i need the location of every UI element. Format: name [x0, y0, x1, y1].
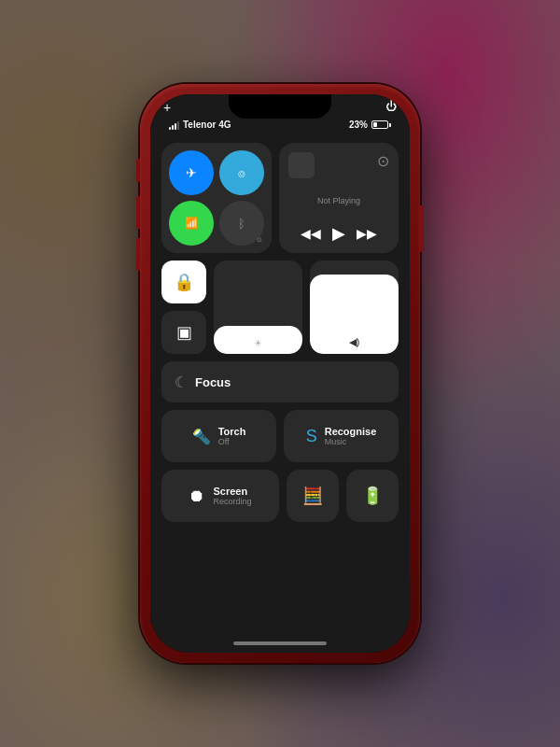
- screen-bezel: + ⏻ Telenor 4G 23%: [150, 94, 410, 653]
- wifi-icon: ⌾: [238, 166, 245, 180]
- rewind-button[interactable]: ◀◀: [301, 226, 321, 241]
- recognise-subtitle: Music: [325, 437, 377, 446]
- battery-percent: 23%: [349, 120, 368, 130]
- signal-bar-1: [169, 127, 171, 130]
- phone-screen: + ⏻ Telenor 4G 23%: [150, 94, 410, 653]
- torch-button[interactable]: 🔦 Torch Off: [161, 410, 276, 462]
- phone-device: + ⏻ Telenor 4G 23%: [140, 84, 420, 663]
- brightness-slider[interactable]: ☀: [214, 261, 302, 354]
- battery-widget-button[interactable]: 🔋: [346, 470, 399, 522]
- screen-rec-title: Screen: [213, 486, 251, 497]
- status-left: Telenor 4G: [169, 120, 231, 130]
- battery-fill: [373, 122, 377, 127]
- volume-down-button[interactable]: [136, 238, 140, 271]
- record-icon: ⏺: [189, 486, 205, 506]
- battery-body: [371, 120, 388, 129]
- screen-rec-text: Screen Recording: [213, 486, 251, 506]
- power-icon[interactable]: ⏻: [385, 100, 397, 115]
- forward-button[interactable]: ▶▶: [357, 226, 377, 241]
- signal-bars: [169, 120, 179, 130]
- action-row: 🔦 Torch Off S Recognise Music: [161, 410, 399, 462]
- not-playing-label: Not Playing: [288, 178, 389, 223]
- sliders-row: ☀ ◀): [214, 261, 399, 354]
- signal-bar-3: [175, 123, 176, 130]
- recognise-title: Recognise: [325, 426, 377, 437]
- media-controls: ◀◀ ▶ ▶▶: [288, 223, 389, 244]
- focus-row: ☾ Focus: [161, 361, 399, 402]
- calculator-button[interactable]: 🧮: [287, 470, 339, 522]
- recognise-music-button[interactable]: S Recognise Music: [284, 410, 399, 462]
- torch-icon: 🔦: [192, 428, 211, 445]
- cellular-button[interactable]: 📶: [169, 201, 214, 246]
- bluetooth-icon: ᛒ: [238, 217, 245, 231]
- airplane-mode-button[interactable]: ✈: [169, 150, 214, 195]
- torch-subtitle: Off: [218, 437, 246, 446]
- signal-bar-2: [172, 125, 174, 130]
- torch-text: Torch Off: [218, 426, 246, 446]
- lock-icon: 🔒: [174, 272, 194, 292]
- battery-tip: [389, 123, 391, 127]
- volume-icon: ◀): [349, 336, 360, 348]
- cellular-icon: 📶: [185, 217, 199, 230]
- play-button[interactable]: ▶: [332, 223, 345, 244]
- focus-label: Focus: [195, 375, 231, 389]
- airplane-icon: ✈: [186, 165, 197, 180]
- add-icon[interactable]: +: [163, 100, 171, 115]
- mirror-icon: ▣: [176, 322, 192, 343]
- screen-rec-subtitle: Recording: [213, 497, 251, 506]
- airplay-icon[interactable]: ⊙: [377, 152, 389, 170]
- torch-title: Torch: [218, 426, 246, 437]
- battery-widget-icon: 🔋: [362, 486, 383, 506]
- home-indicator[interactable]: [233, 641, 327, 645]
- media-top: ⊙: [288, 152, 389, 178]
- second-row: 🔒 ▣ ☀: [161, 261, 399, 354]
- signal-bar-4: [177, 121, 179, 130]
- orientation-lock-button[interactable]: 🔒: [161, 261, 206, 303]
- screen-top-icons: + ⏻: [163, 100, 397, 115]
- focus-button[interactable]: ☾ Focus: [161, 361, 399, 402]
- wifi-button[interactable]: ⌾: [219, 150, 264, 195]
- recognise-text: Recognise Music: [325, 426, 377, 446]
- volume-up-button[interactable]: [136, 196, 140, 229]
- volume-slider[interactable]: ◀): [310, 261, 399, 354]
- power-button[interactable]: [420, 205, 424, 252]
- top-row: ✈ ⌾ 📶 ᛒ ⊙: [161, 143, 399, 253]
- screen-recording-button[interactable]: ⏺ Screen Recording: [161, 470, 279, 522]
- bluetooth-button[interactable]: ᛒ ⊙: [219, 201, 264, 246]
- small-buttons: 🔒 ▣: [161, 261, 206, 354]
- carrier-label: Telenor 4G: [183, 120, 231, 130]
- shazam-icon: S: [306, 427, 317, 446]
- media-app-icon: [288, 152, 315, 178]
- silent-button[interactable]: [136, 159, 140, 182]
- brightness-icon: ☀: [254, 338, 262, 348]
- status-right: 23%: [349, 120, 391, 130]
- connectivity-grid: ✈ ⌾ 📶 ᛒ ⊙: [161, 143, 272, 253]
- screen-mirror-button[interactable]: ▣: [161, 311, 206, 354]
- media-player: ⊙ Not Playing ◀◀ ▶ ▶▶: [279, 143, 399, 253]
- battery-icon: [371, 120, 391, 129]
- bottom-row: ⏺ Screen Recording 🧮 🔋: [161, 470, 399, 522]
- moon-icon: ☾: [175, 374, 188, 391]
- control-center-content: ✈ ⌾ 📶 ᛒ ⊙: [150, 135, 410, 653]
- calculator-icon: 🧮: [302, 486, 323, 506]
- bluetooth-sub: ⊙: [257, 236, 262, 244]
